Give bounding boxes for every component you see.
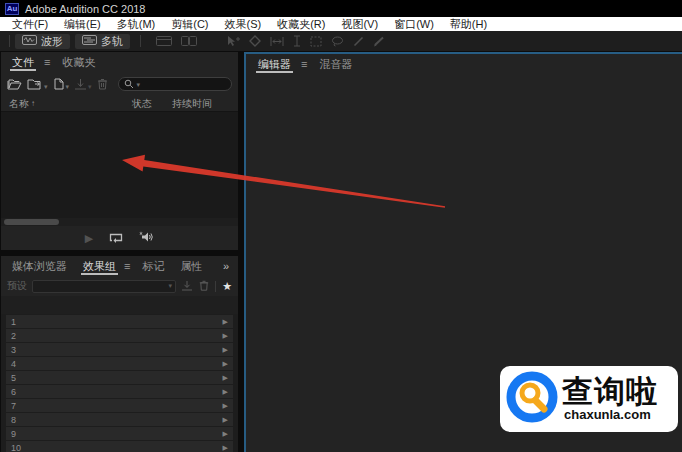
menu-item-favorites[interactable]: 收藏夹(R) xyxy=(269,17,333,31)
rack-slot-number: 6 xyxy=(11,387,23,397)
import-file-button[interactable]: ▾ xyxy=(27,78,48,90)
rack-slot-row[interactable]: 1▶ xyxy=(6,315,233,328)
window-title: Adobe Audition CC 2018 xyxy=(25,3,145,15)
panel-menu-icon[interactable]: ≡ xyxy=(44,56,50,68)
column-header-status[interactable]: 状态 xyxy=(132,97,172,111)
chevron-down-icon: ▾ xyxy=(44,83,48,90)
toolbar-divider xyxy=(140,35,141,47)
rack-slot-arrow-icon[interactable]: ▶ xyxy=(223,416,228,423)
column-header-duration[interactable]: 持续时间 xyxy=(172,97,230,111)
effects-rack-panel: 媒体浏览器 效果组 ≡ 标记 属性 » 预设 ▾ ★ xyxy=(1,256,238,452)
multitrack-mode-button[interactable]: 多轨 xyxy=(75,34,130,49)
effects-panel-tabs: 媒体浏览器 效果组 ≡ 标记 属性 » xyxy=(1,256,238,276)
chevron-down-icon: ▾ xyxy=(137,81,141,88)
loop-playback-button[interactable] xyxy=(109,229,123,247)
column-header-name[interactable]: 名称 ↑ xyxy=(9,97,132,111)
lasso-selection-tool-icon[interactable] xyxy=(331,36,344,47)
new-item-button[interactable]: ▾ xyxy=(53,78,70,90)
tab-overflow-icon[interactable]: » xyxy=(223,260,229,272)
dual-monitor-icon[interactable] xyxy=(181,36,197,46)
presets-dropdown[interactable]: ▾ xyxy=(32,280,176,293)
rack-slot-arrow-icon[interactable]: ▶ xyxy=(223,346,228,353)
tab-markers[interactable]: 标记 xyxy=(140,256,166,276)
rack-slot-number: 7 xyxy=(11,401,23,411)
effects-rack-list: 1▶ 2▶ 3▶ 4▶ 5▶ 6▶ 7▶ 8▶ 9▶ 10▶ xyxy=(1,314,238,452)
marquee-selection-tool-icon[interactable] xyxy=(310,36,322,47)
panel-menu-icon[interactable]: ≡ xyxy=(124,260,130,272)
menu-item-multitrack[interactable]: 多轨(M) xyxy=(109,17,164,31)
files-transport-bar: ▶ xyxy=(1,226,238,250)
divider xyxy=(215,281,216,292)
horizontal-scrollbar[interactable] xyxy=(1,218,238,226)
column-name-label: 名称 xyxy=(9,97,29,111)
chevron-down-icon: ▾ xyxy=(88,83,92,90)
waveform-button-label: 波形 xyxy=(41,34,63,49)
rack-slot-row[interactable]: 9▶ xyxy=(6,427,233,440)
tab-favorites[interactable]: 收藏夹 xyxy=(60,52,97,72)
menu-item-edit[interactable]: 编辑(E) xyxy=(56,17,109,31)
scrollbar-thumb[interactable] xyxy=(4,219,59,225)
multitrack-button-label: 多轨 xyxy=(101,34,123,49)
delete-file-button[interactable] xyxy=(97,78,108,90)
slip-tool-icon[interactable] xyxy=(270,36,284,47)
rack-slot-row[interactable]: 10▶ xyxy=(6,441,233,452)
delete-preset-button[interactable] xyxy=(199,277,209,295)
files-panel-tabs: 文件 ≡ 收藏夹 xyxy=(1,52,238,72)
menu-item-help[interactable]: 帮助(H) xyxy=(442,17,495,31)
toolbar-divider xyxy=(9,35,10,47)
watermark-text: 查询啦 chaxunla.com xyxy=(562,376,658,422)
rack-slot-row[interactable]: 3▶ xyxy=(6,343,233,356)
menu-item-window[interactable]: 窗口(W) xyxy=(386,17,442,31)
rack-slot-row[interactable]: 2▶ xyxy=(6,329,233,342)
paintbrush-tool-icon[interactable] xyxy=(373,36,385,47)
rack-slot-row[interactable]: 6▶ xyxy=(6,385,233,398)
presets-row: 预设 ▾ ★ xyxy=(1,276,238,296)
rack-slot-arrow-icon[interactable]: ▶ xyxy=(223,388,228,395)
tab-files[interactable]: 文件 xyxy=(10,52,36,72)
favorite-star-icon[interactable]: ★ xyxy=(222,281,232,292)
panel-menu-icon[interactable]: ≡ xyxy=(301,58,307,70)
rack-slot-arrow-icon[interactable]: ▶ xyxy=(223,444,228,451)
rack-slot-row[interactable]: 5▶ xyxy=(6,371,233,384)
chevron-down-icon: ▾ xyxy=(66,83,70,90)
menu-bar: 文件(F) 编辑(E) 多轨(M) 剪辑(C) 效果(S) 收藏夹(R) 视图(… xyxy=(0,17,682,31)
tab-properties[interactable]: 属性 xyxy=(178,256,204,276)
auto-play-button[interactable] xyxy=(139,229,154,247)
rack-slot-arrow-icon[interactable]: ▶ xyxy=(223,374,228,381)
tab-media-browser[interactable]: 媒体浏览器 xyxy=(10,256,69,276)
rack-slot-arrow-icon[interactable]: ▶ xyxy=(223,360,228,367)
razor-tool-icon[interactable] xyxy=(249,35,261,47)
rack-slot-row[interactable]: 8▶ xyxy=(6,413,233,426)
multitrack-icon xyxy=(82,35,97,47)
rack-slot-row[interactable]: 4▶ xyxy=(6,357,233,370)
menu-item-file[interactable]: 文件(F) xyxy=(4,17,56,31)
tab-effects-rack[interactable]: 效果组 xyxy=(81,256,118,276)
preset-actions: ★ xyxy=(181,277,232,295)
menu-item-view[interactable]: 视图(V) xyxy=(333,17,386,31)
play-button[interactable]: ▶ xyxy=(85,233,93,244)
rack-slot-row[interactable]: 7▶ xyxy=(6,399,233,412)
move-tool-icon[interactable] xyxy=(227,36,240,47)
open-file-button[interactable] xyxy=(7,78,22,90)
menu-item-effects[interactable]: 效果(S) xyxy=(217,17,270,31)
time-selection-tool-icon[interactable] xyxy=(293,35,301,47)
spot-healing-brush-icon[interactable] xyxy=(353,36,364,47)
waveform-mode-button[interactable]: 波形 xyxy=(15,34,70,49)
save-file-button[interactable]: ▾ xyxy=(74,78,92,90)
tab-editor[interactable]: 编辑器 xyxy=(256,54,293,74)
watermark-domain: chaxunla.com xyxy=(564,408,658,422)
tab-mixer[interactable]: 混音器 xyxy=(317,54,354,74)
file-list-empty-area[interactable] xyxy=(1,111,238,218)
save-preset-button[interactable] xyxy=(181,277,193,295)
menu-item-clip[interactable]: 剪辑(C) xyxy=(163,17,216,31)
rack-slot-arrow-icon[interactable]: ▶ xyxy=(223,318,228,325)
rack-slot-arrow-icon[interactable]: ▶ xyxy=(223,402,228,409)
rack-slot-arrow-icon[interactable]: ▶ xyxy=(223,332,228,339)
app-window: Au Adobe Audition CC 2018 文件(F) 编辑(E) 多轨… xyxy=(0,0,682,452)
rack-slot-arrow-icon[interactable]: ▶ xyxy=(223,430,228,437)
files-search-input[interactable]: ▾ xyxy=(118,77,232,91)
chevron-down-icon: ▾ xyxy=(169,282,173,290)
main-toolbar: 波形 多轨 xyxy=(0,31,682,51)
default-workspace-icon[interactable] xyxy=(156,36,172,46)
app-icon: Au xyxy=(5,3,19,15)
